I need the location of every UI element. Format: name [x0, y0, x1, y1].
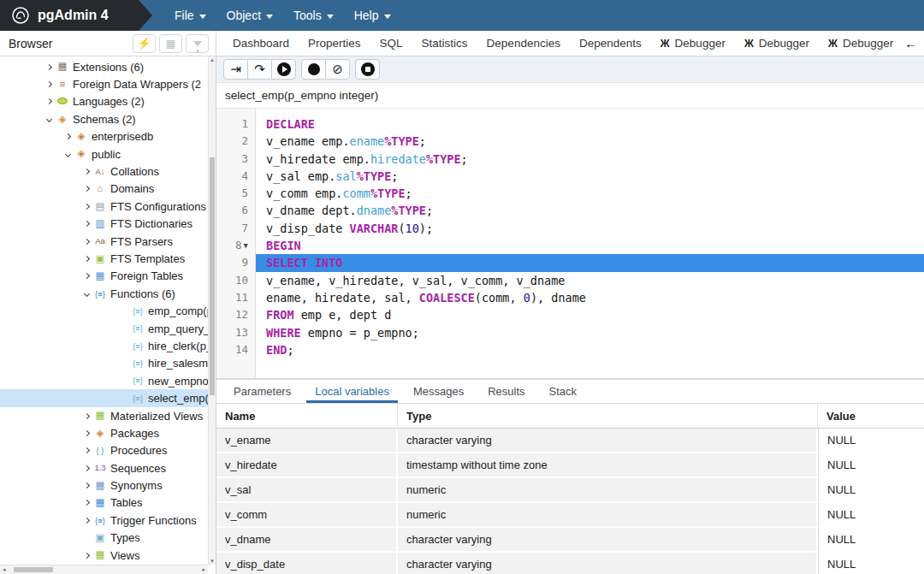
code-line-9[interactable]: SELECT INTO [256, 254, 924, 271]
tab-dependencies[interactable]: Dependencies [477, 37, 570, 50]
variable-value-cell[interactable]: NULL [818, 553, 924, 574]
editor-code[interactable]: DECLAREv_ename emp.ename%TYPE;v_hiredate… [256, 109, 924, 378]
code-line-10[interactable]: v_ename, v_hiredate, v_sal, v_comm, v_dn… [256, 272, 924, 289]
chevron-right-icon[interactable] [80, 240, 92, 244]
line-number-14[interactable]: 14 [216, 341, 255, 358]
line-number-2[interactable]: 2 [216, 133, 255, 150]
tree-item-extensions-6[interactable]: ▦Extensions (6) [0, 58, 208, 75]
menu-help[interactable]: Help [346, 9, 400, 22]
tree-item-synonyms[interactable]: ▦Synonyms [0, 476, 208, 494]
horizontal-scroll-thumb[interactable] [14, 567, 53, 572]
tab-dashboard[interactable]: Dashboard [223, 37, 299, 50]
tree-item-new-empno[interactable]: {≡}new_empno() [0, 372, 208, 389]
code-line-2[interactable]: v_ename emp.ename%TYPE; [256, 133, 924, 150]
tree-vertical-scrollbar[interactable]: ▲ ▼ [208, 56, 216, 565]
tab-parameters[interactable]: Parameters [222, 380, 303, 403]
chevron-right-icon[interactable] [80, 186, 92, 191]
scroll-left-icon[interactable]: ◂ [3, 565, 6, 574]
chevron-right-icon[interactable] [80, 500, 92, 505]
chevron-right-icon[interactable] [80, 222, 92, 226]
chevron-right-icon[interactable] [43, 82, 55, 86]
variable-value-cell[interactable]: NULL [818, 453, 924, 476]
tab-messages[interactable]: Messages [401, 380, 476, 403]
tree-item-trigger-functions[interactable]: {≡}Trigger Functions [0, 512, 208, 529]
tree-item-types[interactable]: ▣Types [0, 530, 208, 547]
tree-horizontal-scrollbar[interactable]: ◂ ▸ [0, 565, 208, 574]
tree-item-fts-configurations[interactable]: ▤FTS Configurations [0, 198, 208, 215]
tree-item-tables[interactable]: ▦Tables [0, 494, 208, 512]
variable-value-cell[interactable]: NULL [818, 528, 924, 551]
editor-gutter[interactable]: 12345678▼91011121314 [216, 109, 256, 378]
stop-button[interactable] [355, 59, 380, 80]
tab-local-variables[interactable]: Local variables [303, 380, 401, 403]
code-line-12[interactable]: FROM emp e, dept d [256, 306, 924, 323]
chevron-right-icon[interactable] [80, 169, 92, 174]
tree-item-schemas-2[interactable]: ◈Schemas (2) [0, 110, 208, 127]
tabs-scroll-left-icon[interactable]: ← [904, 36, 917, 50]
line-number-5[interactable]: 5 [216, 185, 255, 202]
tree-item-domains[interactable]: ⌂Domains [0, 180, 208, 198]
variable-value-cell[interactable]: NULL [818, 478, 924, 501]
step-into-button[interactable]: ⇥ [223, 59, 248, 80]
code-line-8[interactable]: BEGIN [256, 237, 924, 254]
tab-debugger-2[interactable]: ЖDebugger [735, 37, 819, 50]
menu-tools[interactable]: Tools [285, 9, 342, 22]
code-line-14[interactable]: END; [256, 341, 924, 358]
line-number-8[interactable]: 8▼ [216, 237, 255, 254]
chevron-down-icon[interactable] [43, 117, 55, 121]
line-number-9[interactable]: 9 [216, 254, 255, 271]
tree-item-enterprisedb[interactable]: ◈enterprisedb [0, 128, 208, 145]
tree-item-emp-query-cal[interactable]: {≡}emp_query_cal [0, 320, 208, 337]
code-line-6[interactable]: v_dname dept.dname%TYPE; [256, 202, 924, 219]
continue-button[interactable] [271, 59, 296, 80]
code-line-5[interactable]: v_comm emp.comm%TYPE; [256, 185, 924, 202]
line-number-4[interactable]: 4 [216, 168, 255, 185]
chevron-right-icon[interactable] [80, 518, 92, 523]
chevron-right-icon[interactable] [80, 553, 92, 558]
menu-file[interactable]: File [166, 9, 215, 22]
tree-item-functions-6[interactable]: {≡}Functions (6) [0, 285, 208, 302]
tree-item-foreign-data-wrappers-2[interactable]: ≡Foreign Data Wrappers (2 [0, 75, 208, 92]
tab-statistics[interactable]: Statistics [412, 37, 477, 50]
code-line-3[interactable]: v_hiredate emp.hiredate%TYPE; [256, 151, 924, 168]
tab-debugger-1[interactable]: ЖDebugger [651, 37, 735, 50]
quick-search-button[interactable]: ⚡ [133, 34, 156, 53]
line-number-11[interactable]: 11 [216, 289, 255, 306]
scroll-up-icon[interactable]: ▲ [209, 57, 216, 62]
chevron-right-icon[interactable] [62, 134, 74, 139]
filter-button[interactable] [186, 34, 209, 53]
chevron-right-icon[interactable] [80, 448, 92, 453]
code-line-13[interactable]: WHERE empno = p_empno; [256, 324, 924, 341]
clear-breakpoints-button[interactable]: ⊘ [325, 59, 350, 80]
tree-item-sequences[interactable]: 1.3Sequences [0, 459, 208, 476]
chevron-right-icon[interactable] [80, 414, 92, 418]
variable-value-cell[interactable]: NULL [818, 429, 924, 452]
code-line-11[interactable]: ename, hiredate, sal, COALESCE(comm, 0),… [256, 289, 924, 306]
tree-item-foreign-tables[interactable]: ▦Foreign Tables [0, 268, 208, 285]
tree-item-languages-2[interactable]: Languages (2) [0, 93, 208, 110]
tree-item-fts-parsers[interactable]: AaFTS Parsers [0, 233, 208, 250]
chevron-down-icon[interactable] [62, 152, 74, 157]
tab-stack[interactable]: Stack [537, 380, 589, 403]
variable-value-cell[interactable]: NULL [818, 503, 924, 526]
code-line-1[interactable]: DECLARE [256, 115, 924, 133]
tree-item-emp-comp-p-s[interactable]: {≡}emp_comp(p_s [0, 302, 208, 319]
line-number-10[interactable]: 10 [216, 272, 255, 289]
code-editor[interactable]: 12345678▼91011121314 DECLAREv_ename emp.… [216, 109, 924, 378]
chevron-right-icon[interactable] [80, 483, 92, 488]
tree-item-views[interactable]: ▦Views [0, 547, 208, 564]
tree-item-public[interactable]: ◈public [0, 145, 208, 163]
chevron-right-icon[interactable] [80, 204, 92, 209]
tree-item-select-emp-p-e[interactable]: {≡}select_emp(p_e [0, 389, 208, 406]
chevron-down-icon[interactable] [80, 292, 92, 296]
line-number-3[interactable]: 3 [216, 151, 255, 168]
code-line-7[interactable]: v_disp_date VARCHAR(10); [256, 220, 924, 237]
tab-properties[interactable]: Properties [299, 37, 370, 50]
tab-results[interactable]: Results [476, 380, 536, 403]
tree-item-materialized-views[interactable]: ▦Materialized Views [0, 407, 208, 424]
code-line-4[interactable]: v_sal emp.sal%TYPE; [256, 168, 924, 185]
line-number-12[interactable]: 12 [216, 306, 255, 323]
step-over-button[interactable]: ↷ [247, 59, 272, 80]
tab-dependents[interactable]: Dependents [570, 37, 651, 50]
scroll-down-icon[interactable]: ▼ [209, 559, 216, 564]
